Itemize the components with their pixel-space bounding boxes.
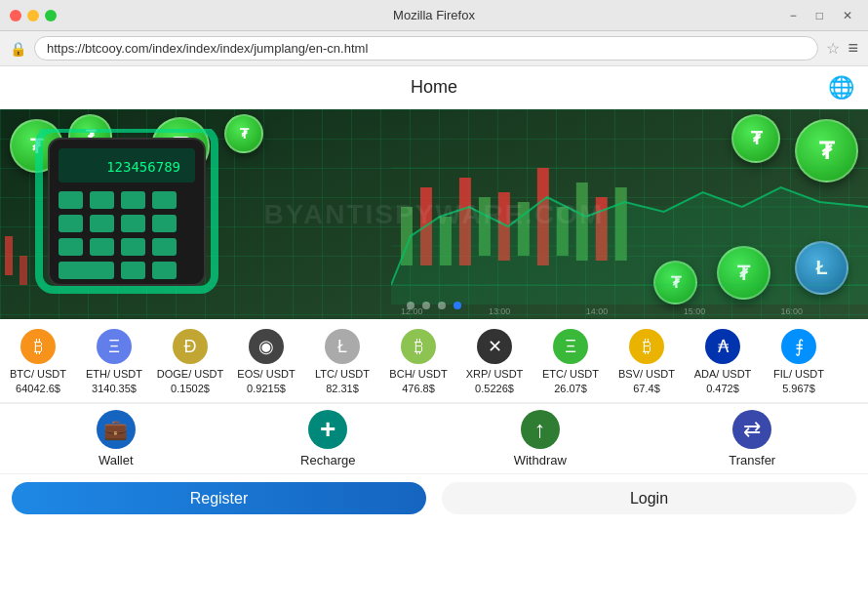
crypto-item-bsv[interactable]: ₿BSV/ USDT67.4$ xyxy=(609,329,685,394)
crypto-item-eth[interactable]: ΞETH/ USDT3140.35$ xyxy=(76,329,152,394)
bsv-pair: BSV/ USDT xyxy=(618,368,675,381)
dot-3[interactable] xyxy=(438,302,446,309)
fil-pair: FIL/ USDT xyxy=(773,368,824,381)
page-title: Home xyxy=(411,77,457,98)
nav-item-transfer[interactable]: ⇄Transfer xyxy=(718,410,786,467)
bch-price: 476.8$ xyxy=(402,383,435,394)
app-content: Home 🌐 ₮ ₮ ₮ ₮ 123456789 xyxy=(0,66,868,609)
login-button[interactable]: Login xyxy=(442,482,856,514)
svg-rect-4 xyxy=(90,191,114,209)
bottom-nav: 💼Wallet+Recharge↑Withdraw⇄Transfer xyxy=(0,403,868,473)
svg-rect-10 xyxy=(152,215,177,232)
svg-rect-5 xyxy=(121,191,145,209)
address-bar: 🔒 ☆ ≡ xyxy=(0,31,868,66)
fil-icon: ⨎ xyxy=(781,329,816,364)
svg-rect-7 xyxy=(59,215,83,232)
win-close[interactable]: ✕ xyxy=(837,7,858,24)
minimize-button[interactable] xyxy=(27,10,39,21)
svg-rect-17 xyxy=(152,262,177,279)
nav-icon-transfer: ⇄ xyxy=(732,410,771,449)
nav-icon-withdraw: ↑ xyxy=(521,410,560,449)
banner-background: ₮ ₮ ₮ ₮ 123456789 xyxy=(0,109,868,319)
etc-icon: Ξ xyxy=(553,329,588,364)
svg-rect-8 xyxy=(90,215,114,232)
bsv-price: 67.4$ xyxy=(633,383,660,394)
svg-rect-41 xyxy=(20,256,27,285)
register-button[interactable]: Register xyxy=(12,482,426,514)
close-button[interactable] xyxy=(10,10,21,21)
bottom-actions: Register Login xyxy=(0,473,868,522)
app-header: Home 🌐 xyxy=(0,66,868,109)
browser-titlebar: Mozilla Firefox − □ ✕ xyxy=(0,0,868,31)
nav-icon-wallet: 💼 xyxy=(97,410,136,449)
svg-rect-14 xyxy=(152,238,177,256)
etc-pair: ETC/ USDT xyxy=(542,368,599,381)
svg-text:13:00: 13:00 xyxy=(488,306,509,316)
ltc-icon: Ł xyxy=(325,329,360,364)
nav-item-wallet[interactable]: 💼Wallet xyxy=(82,410,150,467)
eos-pair: EOS/ USDT xyxy=(237,368,295,381)
ada-price: 0.472$ xyxy=(706,383,739,394)
nav-item-recharge[interactable]: +Recharge xyxy=(294,410,362,467)
menu-icon[interactable]: ≡ xyxy=(848,38,858,59)
svg-rect-12 xyxy=(90,238,114,256)
btc-pair: BTC/ USDT xyxy=(10,368,66,381)
crypto-item-xrp[interactable]: ✕XRP/ USDT0.5226$ xyxy=(456,329,533,394)
eos-icon: ◉ xyxy=(249,329,284,364)
crypto-item-bch[interactable]: ₿BCH/ USDT476.8$ xyxy=(380,329,456,394)
crypto-item-etc[interactable]: ΞETC/ USDT26.07$ xyxy=(533,329,609,394)
bch-pair: BCH/ USDT xyxy=(389,368,447,381)
nav-label-withdraw: Withdraw xyxy=(514,453,567,467)
window-controls: − □ ✕ xyxy=(784,7,858,24)
url-input[interactable] xyxy=(34,36,818,61)
svg-text:123456789: 123456789 xyxy=(106,159,180,175)
traffic-lights xyxy=(10,10,57,21)
xrp-price: 0.5226$ xyxy=(475,383,514,394)
dot-4[interactable] xyxy=(454,302,461,309)
maximize-button[interactable] xyxy=(45,10,57,21)
bookmark-icon[interactable]: ☆ xyxy=(826,39,840,58)
crypto-item-ada[interactable]: ₳ADA/ USDT0.472$ xyxy=(685,329,761,394)
bch-icon: ₿ xyxy=(401,329,436,364)
nav-icon-recharge: + xyxy=(308,410,347,449)
fil-price: 5.967$ xyxy=(782,383,815,394)
browser-title: Mozilla Firefox xyxy=(393,8,475,22)
banner: ₮ ₮ ₮ ₮ 123456789 xyxy=(0,109,868,319)
crypto-item-eos[interactable]: ◉EOS/ USDT0.9215$ xyxy=(228,329,304,394)
eth-icon: Ξ xyxy=(97,329,132,364)
svg-rect-3 xyxy=(59,191,83,209)
ada-pair: ADA/ USDT xyxy=(694,368,752,381)
win-restore[interactable]: □ xyxy=(810,7,829,24)
crypto-item-fil[interactable]: ⨎FIL/ USDT5.967$ xyxy=(761,329,837,394)
dot-2[interactable] xyxy=(422,302,430,309)
eth-pair: ETH/ USDT xyxy=(86,368,142,381)
win-minimize[interactable]: − xyxy=(784,7,803,24)
svg-rect-9 xyxy=(121,215,145,232)
xrp-icon: ✕ xyxy=(477,329,512,364)
carousel-dots xyxy=(407,302,461,309)
svg-text:14:00: 14:00 xyxy=(585,306,607,316)
btc-price: 64042.6$ xyxy=(16,383,60,394)
globe-icon[interactable]: 🌐 xyxy=(828,75,854,101)
svg-rect-16 xyxy=(121,262,145,279)
eth-price: 3140.35$ xyxy=(92,383,137,394)
etc-price: 26.07$ xyxy=(554,383,587,394)
nav-item-withdraw[interactable]: ↑Withdraw xyxy=(506,410,574,467)
svg-text:16:00: 16:00 xyxy=(780,306,802,316)
ltc-price: 82.31$ xyxy=(326,383,359,394)
svg-rect-13 xyxy=(121,238,145,256)
doge-pair: DOGE/ USDT xyxy=(157,368,223,381)
dot-1[interactable] xyxy=(407,302,414,309)
watermark: BYANTISPYWARE.COM xyxy=(264,199,605,230)
calculator-illustration: 123456789 xyxy=(29,129,224,295)
svg-text:15:00: 15:00 xyxy=(683,306,704,316)
btc-icon: ₿ xyxy=(20,329,56,364)
svg-rect-40 xyxy=(5,236,13,275)
crypto-item-ltc[interactable]: ŁLTC/ USDT82.31$ xyxy=(304,329,380,394)
ada-icon: ₳ xyxy=(705,329,740,364)
crypto-item-doge[interactable]: ÐDOGE/ USDT0.1502$ xyxy=(152,329,228,394)
doge-icon: Ð xyxy=(173,329,208,364)
xrp-pair: XRP/ USDT xyxy=(466,368,524,381)
crypto-item-btc[interactable]: ₿BTC/ USDT64042.6$ xyxy=(0,329,76,394)
eos-price: 0.9215$ xyxy=(247,383,286,394)
